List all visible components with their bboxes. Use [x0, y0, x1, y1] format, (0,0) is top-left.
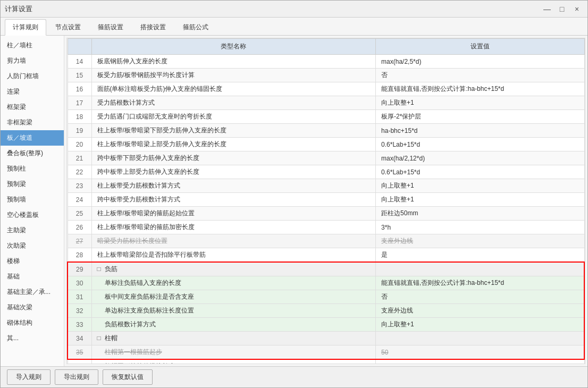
table-row[interactable]: 17受力筋根数计算方式向上取整+1 — [68, 96, 584, 110]
row-name: 柱上板带/板带暗梁下部受力筋伸入支座的长度 — [91, 124, 376, 138]
row-name: 柱上板带受力筋根数计算方式 — [91, 179, 376, 193]
table-row[interactable]: 19柱上板带/板带暗梁下部受力筋伸入支座的长度ha-bhc+15*d — [68, 124, 584, 138]
table-row[interactable]: 14板底钢筋伸入支座的长度max(ha/2,5*d) — [68, 55, 584, 69]
table-row[interactable]: 16面筋(单标注暗板受力筋)伸入支座的锚固长度能直锚就直锚,否则按公式计算:ha… — [68, 82, 584, 96]
row-name: 负筋根数计算方式 — [91, 318, 376, 332]
row-number: 25 — [68, 207, 91, 221]
sidebar-item-frame-beam[interactable]: 框架梁 — [1, 99, 64, 115]
row-value: 支座外边线 — [376, 234, 584, 248]
sidebar-item-civil-door[interactable]: 人防门框墙 — [1, 69, 64, 84]
table-row[interactable]: 23柱上板带受力筋根数计算方式向上取整+1 — [68, 179, 584, 193]
row-number: 21 — [68, 151, 91, 165]
row-value: 支座外边线 — [376, 304, 584, 318]
sidebar-item-slab[interactable]: 板／坡道 — [1, 130, 64, 146]
table-row[interactable]: 28柱上板带暗梁部位是否扣除平行板带筋是 — [68, 248, 584, 263]
row-value — [376, 262, 584, 276]
maximize-button[interactable]: □ — [556, 4, 568, 14]
row-value: 能直锚就直锚,否则按公式计算:ha-bhc+15*d — [376, 276, 584, 290]
sidebar-item-main-rib-beam[interactable]: 主助梁 — [1, 223, 64, 238]
tab-stirrup-settings[interactable]: 箍筋设置 — [90, 19, 131, 35]
table-row[interactable]: 27暗梁受力筋标注长度位置支座外边线 — [68, 234, 584, 248]
import-rules-button[interactable]: 导入规则 — [7, 369, 51, 385]
row-value: 板厚-2*保护层 — [376, 110, 584, 124]
sidebar-item-precast-beam[interactable]: 预制梁 — [1, 176, 64, 192]
row-number: 18 — [68, 110, 91, 124]
table-row[interactable]: 22跨中板带上部受力筋伸入支座的长度0.6*Lab+15*d — [68, 165, 584, 179]
tab-stirrup-formula[interactable]: 箍筋公式 — [175, 19, 216, 35]
table-row[interactable]: 26柱上板带/板带暗梁的箍筋加密长度3*h — [68, 221, 584, 234]
row-number: 29 — [68, 262, 91, 276]
col-header-num — [68, 39, 91, 55]
row-name: 跨中板带上部受力筋伸入支座的长度 — [91, 165, 376, 179]
table-row[interactable]: 34□ 柱帽 — [68, 332, 584, 345]
sidebar-item-composite-slab[interactable]: 叠合板(整厚) — [1, 146, 64, 161]
row-number: 16 — [68, 82, 91, 96]
row-number: 35 — [68, 345, 91, 360]
table-container[interactable]: 类型名称 设置值 14板底钢筋伸入支座的长度max(ha/2,5*d)15板受力… — [66, 38, 585, 364]
row-name: 面筋(单标注暗板受力筋)伸入支座的锚固长度 — [91, 82, 376, 96]
table-row[interactable]: 36柱帽圆形箍筋的搭接长度max(lae,300) — [68, 359, 584, 364]
col-header-value: 设置值 — [376, 39, 584, 55]
table-row[interactable]: 18受力筋遇门口或端部无支座时的弯折长度板厚-2*保护层 — [68, 110, 584, 124]
sidebar-item-other[interactable]: 其... — [1, 331, 64, 346]
sidebar-item-non-frame-beam[interactable]: 非框架梁 — [1, 115, 64, 130]
row-name: 单标注负筋锚入支座的长度 — [91, 276, 376, 290]
table-row[interactable]: 15板受力筋/板带钢筋按平均长度计算否 — [68, 69, 584, 82]
restore-defaults-button[interactable]: 恢复默认值 — [103, 369, 153, 385]
close-button[interactable]: × — [570, 4, 583, 14]
sidebar-item-foundation-main-beam[interactable]: 基础主梁／承... — [1, 284, 64, 300]
sidebar-item-foundation-secondary-beam[interactable]: 基础次梁 — [1, 300, 64, 315]
row-number: 24 — [68, 193, 91, 207]
row-name: 柱上板带/板带暗梁的箍筋加密长度 — [91, 221, 376, 234]
table-row[interactable]: 30单标注负筋锚入支座的长度能直锚就直锚,否则按公式计算:ha-bhc+15*d — [68, 276, 584, 290]
tab-calculation-rules[interactable]: 计算规则 — [5, 19, 46, 36]
row-number: 31 — [68, 290, 91, 304]
sidebar-item-precast-wall[interactable]: 预制墙 — [1, 192, 64, 207]
row-number: 17 — [68, 96, 91, 110]
row-name: 柱上板带暗梁部位是否扣除平行板带筋 — [91, 248, 376, 263]
sidebar-item-secondary-rib-beam[interactable]: 次助梁 — [1, 238, 64, 254]
row-name: □ 柱帽 — [91, 332, 376, 345]
export-rules-button[interactable]: 导出规则 — [55, 369, 98, 385]
sidebar: 柱／墙柱 剪力墙 人防门框墙 连梁 框架梁 非框架梁 板／坡道 叠合板(整厚) … — [1, 36, 64, 366]
table-row[interactable]: 25柱上板带/板带暗梁的箍筋起始位置距柱边50mm — [68, 207, 584, 221]
sidebar-item-foundation[interactable]: 基础 — [1, 269, 64, 284]
table-row[interactable]: 21跨中板带下部受力筋伸入支座的长度max(ha/2,12*d) — [68, 151, 584, 165]
table-row[interactable]: 32单边标注支座负筋标注长度位置支座外边线 — [68, 304, 584, 318]
sidebar-item-precast-column[interactable]: 预制柱 — [1, 161, 64, 176]
row-value: 0.6*Lab+15*d — [376, 165, 584, 179]
settings-table: 类型名称 设置值 14板底钢筋伸入支座的长度max(ha/2,5*d)15板受力… — [67, 38, 585, 364]
row-number: 32 — [68, 304, 91, 318]
sidebar-item-staircase[interactable]: 楼梯 — [1, 254, 64, 269]
table-row[interactable]: 24跨中板带受力筋根数计算方式向上取整+1 — [68, 193, 584, 207]
row-name: 跨中板带受力筋根数计算方式 — [91, 193, 376, 207]
row-value: 3*h — [376, 221, 584, 234]
table-row[interactable]: 29□ 负筋 — [68, 262, 584, 276]
main-window: 计算设置 — □ × 计算规则 节点设置 箍筋设置 搭接设置 箍筋公式 柱／墙柱… — [0, 0, 588, 388]
row-value: 向上取整+1 — [376, 96, 584, 110]
sidebar-item-hollow-floor[interactable]: 空心楼盖板 — [1, 207, 64, 223]
sidebar-item-shear-wall[interactable]: 剪力墙 — [1, 53, 64, 69]
row-value: 否 — [376, 290, 584, 304]
sidebar-item-liangliang[interactable]: 连梁 — [1, 84, 64, 99]
row-number: 28 — [68, 248, 91, 263]
content-area: 柱／墙柱 剪力墙 人防门框墙 连梁 框架梁 非框架梁 板／坡道 叠合板(整厚) … — [1, 36, 587, 366]
table-row[interactable]: 33负筋根数计算方式向上取整+1 — [68, 318, 584, 332]
minimize-button[interactable]: — — [541, 4, 553, 14]
sidebar-item-column-wall[interactable]: 柱／墙柱 — [1, 38, 64, 53]
row-number: 36 — [68, 359, 91, 364]
row-value: 0.6*Lab+15*d — [376, 138, 584, 151]
row-name: 板中间支座负筋标注是否含支座 — [91, 290, 376, 304]
sidebar-item-masonry[interactable]: 砌体结构 — [1, 315, 64, 331]
row-number: 30 — [68, 276, 91, 290]
table-row[interactable]: 35柱帽第一根箍筋起步50 — [68, 345, 584, 360]
table-row[interactable]: 20柱上板带/板带暗梁上部受力筋伸入支座的长度0.6*Lab+15*d — [68, 138, 584, 151]
tab-node-settings[interactable]: 节点设置 — [47, 19, 89, 35]
row-value: ha-bhc+15*d — [376, 124, 584, 138]
table-row[interactable]: 31板中间支座负筋标注是否含支座否 — [68, 290, 584, 304]
row-name: 受力筋遇门口或端部无支座时的弯折长度 — [91, 110, 376, 124]
row-value: 50 — [376, 345, 584, 360]
row-number: 34 — [68, 332, 91, 345]
row-number: 19 — [68, 124, 91, 138]
tab-splice-settings[interactable]: 搭接设置 — [132, 19, 174, 35]
